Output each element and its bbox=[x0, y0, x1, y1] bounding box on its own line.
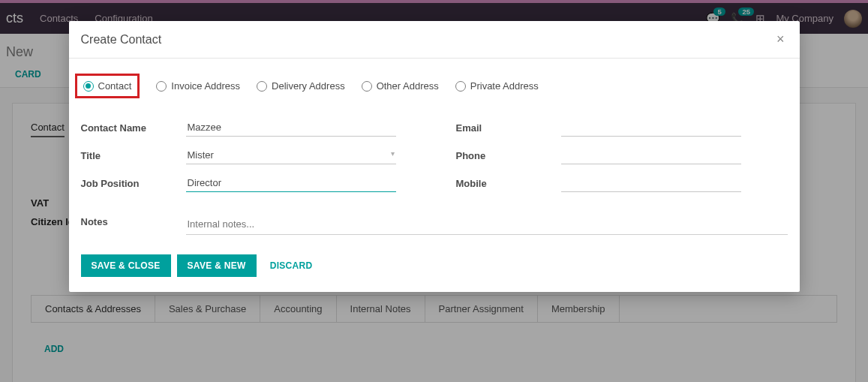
radio-contact-label: Contact bbox=[98, 80, 132, 92]
create-contact-modal: Create Contact × Contact Invoice Address… bbox=[69, 21, 800, 292]
radio-private-label: Private Address bbox=[470, 80, 539, 92]
email-input[interactable] bbox=[561, 119, 741, 137]
job-position-input[interactable] bbox=[186, 175, 396, 192]
modal-header: Create Contact × bbox=[69, 21, 800, 59]
radio-invoice-address[interactable]: Invoice Address bbox=[156, 80, 240, 92]
label-contact-name: Contact Name bbox=[81, 122, 186, 134]
close-icon[interactable]: × bbox=[776, 32, 785, 47]
notes-input[interactable] bbox=[186, 216, 788, 235]
radio-other-label: Other Address bbox=[377, 80, 439, 92]
notes-row: Notes bbox=[81, 216, 788, 235]
contact-type-highlight: Contact bbox=[75, 74, 140, 98]
label-mobile: Mobile bbox=[456, 178, 561, 189]
contact-name-input[interactable] bbox=[186, 119, 396, 137]
phone-input[interactable] bbox=[561, 147, 741, 164]
label-email: Email bbox=[456, 122, 561, 134]
label-job-position: Job Position bbox=[81, 178, 186, 189]
label-phone: Phone bbox=[456, 150, 561, 161]
radio-contact[interactable]: Contact bbox=[83, 80, 132, 92]
radio-invoice-label: Invoice Address bbox=[171, 80, 240, 92]
save-new-button[interactable]: SAVE & NEW bbox=[177, 254, 257, 277]
modal-title: Create Contact bbox=[81, 33, 162, 47]
modal-footer: SAVE & CLOSE SAVE & NEW DISCARD bbox=[69, 254, 800, 292]
radio-private-address[interactable]: Private Address bbox=[455, 80, 539, 92]
contact-form: Contact Name Email Title ▾ Phone Job Pos… bbox=[81, 119, 788, 192]
contact-type-radios: Contact Invoice Address Delivery Address… bbox=[81, 74, 788, 98]
radio-delivery-address[interactable]: Delivery Address bbox=[257, 80, 345, 92]
label-title: Title bbox=[81, 150, 186, 161]
save-close-button[interactable]: SAVE & CLOSE bbox=[81, 254, 171, 277]
radio-other-address[interactable]: Other Address bbox=[362, 80, 439, 92]
mobile-input[interactable] bbox=[561, 175, 741, 192]
modal-body: Contact Invoice Address Delivery Address… bbox=[69, 59, 800, 254]
radio-delivery-label: Delivery Address bbox=[272, 80, 345, 92]
label-notes: Notes bbox=[81, 216, 186, 235]
discard-button[interactable]: DISCARD bbox=[263, 254, 320, 277]
title-select[interactable] bbox=[186, 147, 396, 164]
